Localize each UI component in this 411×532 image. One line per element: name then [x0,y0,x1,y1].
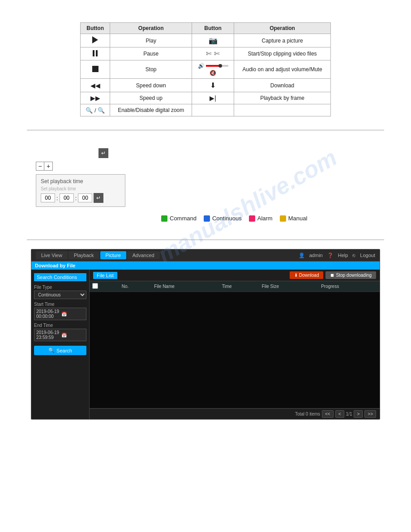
stop-icon-cell [81,60,110,79]
table-header-row: No. File Name Time File Size Progress [90,281,380,292]
main-content: File List ⬇ Download ⏹ Stop downloading [90,270,380,419]
end-time-value: 2019-06-19 23:59:59 [36,330,60,340]
tab-advanced[interactable]: Advanced [127,251,160,259]
enter-button[interactable]: ↵ [98,148,108,158]
continuous-color [204,215,210,222]
stop-icon: ⏹ [330,273,334,278]
legend-manual: Manual [280,215,308,222]
select-all-checkbox[interactable] [92,283,98,289]
window-title: Download by File [35,263,75,268]
time-sep1: : [56,195,58,202]
empty-row [90,292,380,408]
first-page-button[interactable]: << [322,410,334,418]
nav-tabs: Live View Playback Picture Advanced [36,251,160,259]
volume-slider: 🔊 [198,63,228,69]
legend-alarm: Alarm [249,215,273,222]
col-header-op1: Operation [110,23,192,34]
col-no: No. [119,281,151,292]
speedup-op: Speed up [110,92,192,104]
download-button[interactable]: ⬇ Download [290,271,323,279]
file-table: No. File Name Time File Size Progress [90,281,380,408]
play-icon-cell [81,34,110,47]
zoom-op: Enable/Disable digital zoom [110,104,192,116]
logout-link[interactable]: Logout [360,253,375,258]
empty-cell [90,292,380,408]
file-list-label: File List [93,272,117,279]
time-enter-button[interactable]: ↵ [94,193,103,203]
manual-color [280,215,286,222]
download-op: Download [234,79,331,92]
end-time-label: End Time [34,323,86,328]
sidebar-title: Search Conditions [34,273,86,281]
download-icon: ⬇ [210,82,216,89]
stop-op: Stop [110,60,192,79]
pause-icon [93,50,98,56]
hour-input[interactable] [41,193,55,202]
second-input[interactable] [78,193,92,202]
continuous-label: Continuous [212,215,242,222]
col-progress: Progress [318,281,380,292]
pause-icon-cell [81,47,110,60]
col-header-op2: Operation [234,23,331,34]
table-row: ▶▶ Speed up ▶| Playback by frame [81,92,331,104]
col-header-button2: Button [192,23,234,34]
slider-knob [218,64,222,68]
time-placeholder: Set playback time [41,186,120,191]
minus-button[interactable]: − [36,162,44,170]
sidebar: Search Conditions File Type Continuous S… [31,270,90,419]
audio-op: Audio on and adjust volume/Mute [234,60,331,79]
button-table: Button Operation Button Operation Play 📷 [80,22,331,116]
clip-icon-cell: ✄ ✄ [192,47,234,60]
window-title-bar: Download by File [31,262,380,270]
plus-button[interactable]: + [44,162,52,170]
topbar-right: 👤 admin ❓ Help ⎋ Logout [299,253,375,258]
table-row: Pause ✄ ✄ Start/Stop clipping video file… [81,47,331,60]
camera-icon-cell: 📷 [192,34,234,47]
time-inputs: : : ↵ [41,193,120,203]
start-time-value: 2019-06-19 00:00:00 [36,309,60,319]
clip-op: Start/Stop clipping video files [234,47,331,60]
zoom-control: − + [36,162,53,171]
help-link[interactable]: Help [338,253,348,258]
play-op: Play [110,34,192,47]
audio-control: 🔊 🔇 [196,63,230,76]
enter-row: ↵ [98,148,108,158]
topbar: Live View Playback Picture Advanced 👤 ad… [31,249,380,262]
tab-playback[interactable]: Playback [68,251,99,259]
last-page-button[interactable]: >> [364,410,376,418]
tab-liveview[interactable]: Live View [36,251,68,259]
pause-op: Pause [110,47,192,60]
time-sep2: : [75,195,77,202]
next-page-button[interactable]: > [354,410,363,418]
minusplus-row: − + [36,162,53,171]
tab-picture[interactable]: Picture [100,251,126,259]
search-button[interactable]: 🔍 Search [34,346,86,355]
file-type-select[interactable]: Continuous [34,291,86,299]
minute-input[interactable] [60,193,74,202]
divider1 [27,130,384,130]
play-icon [92,36,98,43]
logout-icon: ⎋ [352,253,355,258]
empty-op [234,104,331,116]
ui-footer: Total 0 items << < 1/1 > >> [90,408,380,419]
start-time-input[interactable]: 2019-06-19 00:00:00 📅 [34,308,86,320]
start-time-label: Start Time [34,302,86,307]
time-box-title: Set playback time [41,178,120,184]
end-time-input[interactable]: 2019-06-19 23:59:59 📅 [34,329,86,341]
legend-row: Command Continuous Alarm Manual [161,215,307,222]
checkbox-col [90,281,119,292]
clip-icon: ✄ ✄ [206,50,219,57]
col-time: Time [219,281,259,292]
username: admin [309,253,323,258]
stop-download-button[interactable]: ⏹ Stop downloading [325,271,376,279]
slider-track [206,65,228,67]
stop-icon [92,66,98,72]
calendar-icon2: 📅 [61,333,85,338]
frame-op: Playback by frame [234,92,331,104]
ui-body: Search Conditions File Type Continuous S… [31,270,380,419]
divider2 [27,240,384,240]
speaker-icon: 🔊 [198,63,205,69]
prev-page-button[interactable]: < [335,410,344,418]
alarm-label: Alarm [257,215,273,222]
set-playback-time-box: Set playback time Set playback time : : … [36,174,125,207]
